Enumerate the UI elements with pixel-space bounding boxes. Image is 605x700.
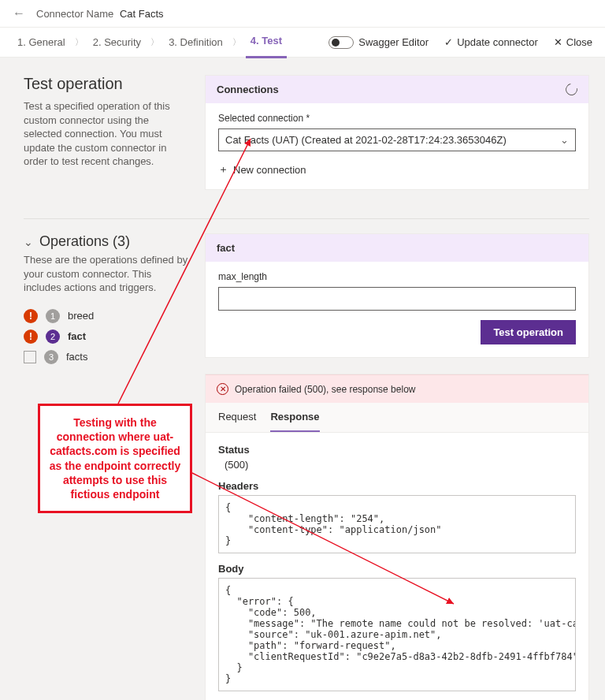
operation-name: breed [68,310,94,322]
plus-icon: ＋ [218,162,228,177]
max-length-label: max_length [218,271,576,282]
connections-card: Connections Selected connection * Cat Fa… [205,75,589,190]
operation-item-fact[interactable]: !2fact [24,326,189,347]
chevron-right-icon: 〉 [232,36,241,48]
operations-title: Operations (3) [39,233,130,250]
connector-name-label: Connector Name [36,8,113,20]
error-banner: ✕ Operation failed (500), see response b… [206,374,588,403]
checkbox-icon [24,351,36,363]
tab-request[interactable]: Request [218,403,256,432]
operation-number-badge: 1 [46,309,60,323]
chevron-right-icon: 〉 [75,36,84,48]
operation-item-breed[interactable]: !1breed [24,306,189,326]
swagger-toggle[interactable]: Swagger Editor [328,36,429,49]
chevron-right-icon: 〉 [150,36,159,48]
tab-response[interactable]: Response [270,403,319,432]
headers-label: Headers [218,480,576,492]
alert-icon: ! [24,309,38,323]
new-connection-link[interactable]: ＋ New connection [218,162,306,177]
operation-card-header: fact [217,242,235,254]
selected-connection-value: Cat Facts (UAT) (Created at 2021-02-28T1… [225,134,507,146]
operation-item-facts[interactable]: 3facts [24,347,189,367]
operation-name: fact [68,330,86,342]
status-value: (500) [225,459,576,471]
back-arrow-icon[interactable]: ← [13,6,25,20]
operations-desc: These are the operations defined by your… [24,253,189,295]
connections-header: Connections [217,84,279,95]
swagger-toggle-label: Swagger Editor [358,36,429,48]
selected-connection-dropdown[interactable]: Cat Facts (UAT) (Created at 2021-02-28T1… [218,128,576,151]
connector-name-value: Cat Facts [120,8,164,20]
tab-general[interactable]: 1. General [13,28,70,58]
headers-block[interactable]: { "content-length": "254", "content-type… [218,495,576,553]
selected-connection-label: Selected connection * [218,113,576,124]
refresh-icon[interactable] [563,81,580,98]
wizard-tabs: 1. General 〉 2. Security 〉 3. Definition… [0,28,605,58]
top-bar: ← Connector Name Cat Facts [0,0,605,28]
tab-definition[interactable]: 3. Definition [164,28,228,58]
result-card: ✕ Operation failed (500), see response b… [205,374,589,700]
body-label: Body [218,563,576,575]
test-operation-desc: Test a specified operation of this custo… [24,99,189,169]
chevron-down-icon: ⌄ [560,134,569,146]
operations-toggle[interactable]: ⌄ Operations (3) [24,233,189,250]
update-connector-button[interactable]: ✓ Update connector [444,36,538,48]
alert-icon: ! [24,330,38,344]
tab-security[interactable]: 2. Security [88,28,146,58]
chevron-down-icon: ⌄ [24,236,33,248]
status-label: Status [218,444,576,456]
annotation-callout: Testing with the connection where uat-ca… [38,404,192,513]
check-icon: ✓ [444,36,453,48]
tab-test[interactable]: 4. Test [246,26,287,58]
max-length-input[interactable] [218,287,576,311]
operation-number-badge: 3 [44,350,58,364]
operation-name: facts [66,351,87,363]
test-operation-title: Test operation [24,75,189,93]
body-block[interactable]: { "error": { "code": 500, "message": "Th… [218,578,576,691]
close-icon: ✕ [554,36,562,48]
close-button[interactable]: ✕ Close [554,36,592,48]
test-operation-button[interactable]: Test operation [481,320,576,344]
error-icon: ✕ [217,383,228,395]
operation-number-badge: 2 [46,330,60,344]
operation-test-card: fact max_length Test operation [205,233,589,358]
